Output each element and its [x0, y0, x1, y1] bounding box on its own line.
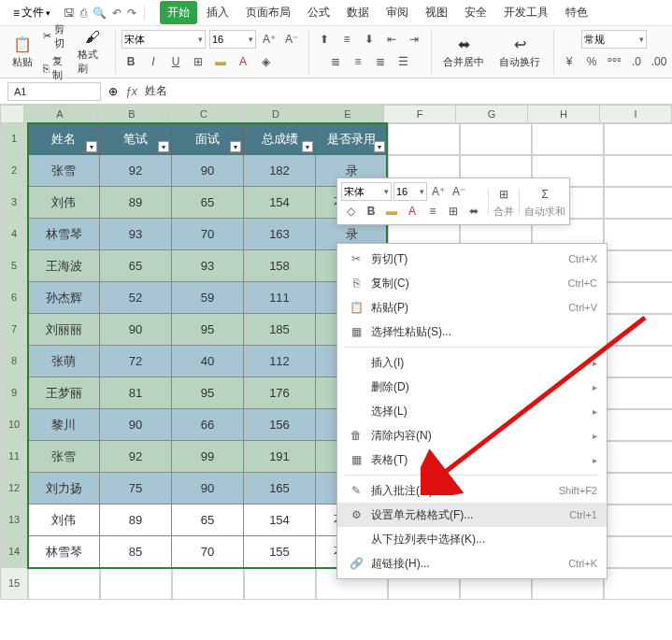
table-cell[interactable]: 99	[172, 441, 244, 473]
filter-dropdown-icon[interactable]: ▾	[86, 141, 97, 152]
context-menu-item[interactable]: ⎘复制(C)Ctrl+C	[337, 271, 607, 295]
size-combo[interactable]: 16▾	[209, 30, 256, 49]
undo-icon[interactable]: ↶	[112, 7, 122, 20]
table-cell[interactable]: 王梦丽	[28, 377, 100, 409]
table-cell[interactable]: 89	[100, 505, 172, 536]
empty-cell[interactable]	[604, 409, 672, 441]
table-cell[interactable]: 85	[100, 536, 172, 568]
shrink-font-icon[interactable]: A⁻	[450, 182, 468, 201]
table-cell[interactable]: 刘伟	[28, 187, 100, 219]
table-cell[interactable]: 158	[244, 250, 316, 282]
clear-icon[interactable]: ◇	[341, 202, 360, 220]
table-cell[interactable]: 75	[100, 473, 172, 505]
empty-cell[interactable]	[100, 568, 172, 600]
align-center-icon[interactable]: ≡	[349, 52, 367, 71]
col-header[interactable]: H	[528, 105, 600, 123]
copy-button[interactable]: ⎘复制	[41, 53, 73, 83]
col-header[interactable]: G	[456, 105, 528, 123]
table-cell[interactable]: 90	[172, 473, 244, 505]
table-cell[interactable]: 90	[100, 409, 172, 441]
table-cell[interactable]: 93	[172, 250, 244, 282]
row-header[interactable]: 13	[0, 505, 28, 536]
tab-security[interactable]: 安全	[457, 1, 494, 24]
sum-icon[interactable]: Σ	[536, 185, 554, 204]
preview-icon[interactable]: 🔍	[93, 7, 107, 20]
shrink-font-icon[interactable]: A⁻	[282, 30, 301, 49]
table-cell[interactable]: 孙杰辉	[28, 282, 100, 314]
table-cell[interactable]: 176	[244, 377, 316, 409]
filter-dropdown-icon[interactable]: ▾	[374, 141, 385, 152]
table-cell[interactable]: 刘伟	[28, 505, 100, 536]
tab-devtools[interactable]: 开发工具	[496, 1, 556, 24]
empty-cell[interactable]	[604, 346, 672, 377]
indent-left-icon[interactable]: ⇤	[382, 30, 401, 49]
context-menu-item[interactable]: 🗑清除内容(N)▸	[337, 423, 607, 448]
table-cell[interactable]: 154	[244, 505, 316, 536]
table-cell[interactable]: 72	[100, 346, 172, 377]
table-cell[interactable]: 163	[244, 219, 316, 250]
number-format-combo[interactable]: 常规▾	[581, 30, 647, 49]
bold-button[interactable]: B	[122, 52, 140, 71]
tab-start[interactable]: 开始	[160, 1, 197, 24]
style-button[interactable]: ◈	[256, 52, 275, 71]
table-header-cell[interactable]: 面试▾	[172, 123, 244, 155]
empty-cell[interactable]	[604, 568, 672, 600]
context-menu-item[interactable]: ✎插入批注(M)...Shift+F2	[337, 478, 607, 503]
empty-cell[interactable]	[460, 123, 532, 155]
table-header-cell[interactable]: 总成绩▾	[244, 123, 316, 155]
align-right-icon[interactable]: ≣	[371, 52, 390, 71]
grow-font-icon[interactable]: A⁺	[260, 30, 279, 49]
font-color-button[interactable]: A	[234, 52, 252, 71]
mini-font-combo[interactable]: 宋体▾	[341, 182, 392, 201]
redo-icon[interactable]: ↷	[127, 7, 136, 20]
context-menu-item[interactable]: ✂剪切(T)Ctrl+X	[337, 247, 607, 271]
row-header[interactable]: 7	[0, 314, 28, 346]
context-menu-item[interactable]: ▦选择性粘贴(S)...	[337, 320, 607, 344]
decimal-dec-icon[interactable]: .00	[650, 52, 668, 71]
table-cell[interactable]: 70	[172, 219, 244, 250]
table-cell[interactable]: 张雪	[28, 155, 100, 187]
row-header[interactable]: 11	[0, 441, 28, 473]
align-left-icon[interactable]: ≣	[326, 52, 345, 71]
row-header[interactable]: 1	[0, 123, 28, 155]
row-header[interactable]: 2	[0, 155, 28, 187]
table-cell[interactable]: 66	[172, 409, 244, 441]
italic-button[interactable]: I	[144, 52, 163, 71]
table-cell[interactable]: 92	[100, 155, 172, 187]
table-cell[interactable]: 林雪琴	[28, 536, 100, 568]
table-cell[interactable]: 王海波	[28, 250, 100, 282]
col-header[interactable]: I	[600, 105, 672, 123]
formula-value[interactable]: 姓名	[145, 83, 167, 99]
file-menu[interactable]: ≡ 文件 ▾	[7, 3, 56, 22]
empty-cell[interactable]	[388, 123, 460, 155]
table-cell[interactable]: 59	[172, 282, 244, 314]
border-button[interactable]: ⊞	[444, 202, 463, 220]
row-header[interactable]: 4	[0, 219, 28, 250]
tab-features[interactable]: 特色	[558, 1, 595, 24]
table-header-cell[interactable]: 是否录用▾	[316, 123, 388, 155]
filter-dropdown-icon[interactable]: ▾	[230, 141, 241, 152]
table-header-cell[interactable]: 笔试▾	[100, 123, 172, 155]
bold-button[interactable]: B	[362, 202, 380, 220]
tab-view[interactable]: 视图	[418, 1, 455, 24]
empty-cell[interactable]	[604, 314, 672, 346]
tab-data[interactable]: 数据	[339, 1, 377, 24]
align-justify-icon[interactable]: ☰	[393, 52, 412, 71]
print-icon[interactable]: ⎙	[80, 7, 87, 20]
table-cell[interactable]: 52	[100, 282, 172, 314]
context-menu-item[interactable]: 插入(I)▸	[337, 350, 607, 375]
underline-button[interactable]: U	[166, 52, 185, 71]
tab-review[interactable]: 审阅	[379, 1, 416, 24]
empty-cell[interactable]	[532, 123, 604, 155]
context-menu-item[interactable]: 删除(D)▸	[337, 375, 607, 399]
empty-cell[interactable]	[604, 219, 672, 250]
row-header[interactable]: 15	[0, 568, 28, 600]
empty-cell[interactable]	[172, 568, 244, 600]
name-box[interactable]: A1	[7, 82, 101, 101]
fill-color-button[interactable]: ▬	[211, 52, 230, 71]
table-cell[interactable]: 95	[172, 377, 244, 409]
row-header[interactable]: 10	[0, 409, 28, 441]
filter-dropdown-icon[interactable]: ▾	[158, 141, 169, 152]
font-color-button[interactable]: A	[403, 202, 422, 220]
table-cell[interactable]: 刘丽丽	[28, 314, 100, 346]
